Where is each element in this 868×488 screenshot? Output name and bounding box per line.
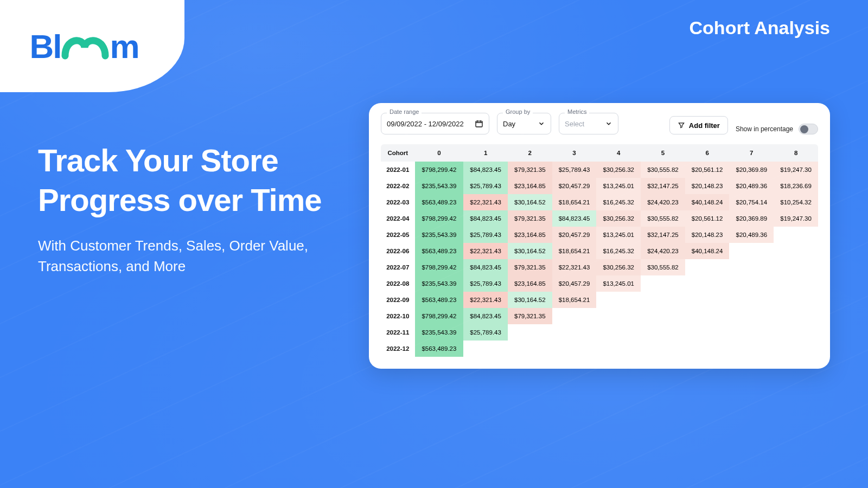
cohort-cell: $23,164.85	[508, 227, 552, 243]
date-range-value: 09/09/2022 - 12/09/2022	[387, 120, 464, 128]
table-row: 2022-09$563,489.23$22,321.43$30,164.52$1…	[381, 292, 818, 308]
cohort-cell: $30,555.82	[641, 259, 685, 275]
table-row: 2022-05$235,543.39$25,789.43$23,164.85$2…	[381, 227, 818, 243]
metrics-field[interactable]: Metrics Select	[559, 113, 618, 134]
cohort-cell	[685, 341, 730, 357]
cohort-cell: $563,489.23	[415, 194, 464, 210]
cohort-cell	[641, 292, 685, 308]
cohort-cell	[508, 324, 552, 341]
table-row: 2022-10$798,299.42$84,823.45$79,321.35	[381, 308, 818, 324]
cohort-cell	[774, 292, 818, 308]
controls-bar: Date range 09/09/2022 - 12/09/2022 Group…	[381, 113, 818, 134]
cohort-label: 2022-10	[381, 308, 415, 324]
cohort-cell: $22,321.43	[463, 194, 508, 210]
cohort-cell: $20,561.12	[685, 162, 730, 178]
cohort-cell: $798,299.42	[415, 210, 464, 227]
cohort-cell: $79,321.35	[508, 162, 552, 178]
cohort-cell: $18,654.21	[552, 243, 597, 259]
calendar-icon	[475, 119, 483, 128]
table-row: 2022-08$235,543.39$25,789.43$23,164.85$2…	[381, 275, 818, 292]
brand-logo: Bl m	[29, 27, 138, 66]
cohort-label: 2022-08	[381, 275, 415, 292]
cohort-cell: $20,489.36	[729, 178, 774, 194]
table-row: 2022-07$798,299.42$84,823.45$79,321.35$2…	[381, 259, 818, 275]
cohort-cell: $10,254.32	[774, 194, 818, 210]
metrics-placeholder: Select	[565, 120, 584, 128]
table-row: 2022-11$235,543.39$25,789.43	[381, 324, 818, 341]
cohort-label: 2022-02	[381, 178, 415, 194]
cohort-label: 2022-06	[381, 243, 415, 259]
cohort-cell: $235,543.39	[415, 324, 464, 341]
cohort-cell: $16,245.32	[596, 194, 641, 210]
col-header-period: 0	[415, 144, 464, 162]
cohort-cell: $25,789.43	[463, 275, 508, 292]
cohort-cell: $30,164.52	[508, 243, 552, 259]
cohort-cell	[641, 308, 685, 324]
page-title: Cohort Analysis	[690, 17, 830, 38]
percentage-toggle[interactable]	[799, 124, 818, 134]
cohort-cell: $16,245.32	[596, 243, 641, 259]
col-header-period: 4	[596, 144, 641, 162]
cohort-cell	[685, 259, 730, 275]
cohort-cell: $20,457.29	[552, 275, 597, 292]
cohort-cell: $25,789.43	[552, 162, 597, 178]
cohort-cell: $30,256.32	[596, 210, 641, 227]
filter-icon	[678, 121, 685, 129]
table-row: 2022-12$563,489.23	[381, 341, 818, 357]
brand-corner: Bl m	[0, 0, 184, 92]
cohort-cell	[729, 275, 774, 292]
cohort-cell	[729, 341, 774, 357]
marketing-copy: Track Your Store Progress over Time With…	[38, 141, 331, 277]
add-filter-button[interactable]: Add filter	[669, 116, 728, 134]
cohort-cell: $32,147.25	[641, 227, 685, 243]
cohort-cell	[552, 341, 597, 357]
cohort-label: 2022-07	[381, 259, 415, 275]
cohort-cell: $84,823.45	[463, 308, 508, 324]
cohort-cell: $18,654.21	[552, 292, 597, 308]
cohort-cell	[641, 324, 685, 341]
col-header-period: 6	[685, 144, 730, 162]
cohort-table: Cohort012345678 2022-01$798,299.42$84,82…	[381, 144, 818, 357]
cohort-cell: $25,789.43	[463, 178, 508, 194]
cohort-cell: $563,489.23	[415, 341, 464, 357]
cohort-cell	[641, 341, 685, 357]
cohort-cell: $25,789.43	[463, 324, 508, 341]
cohort-cell	[552, 324, 597, 341]
cohort-cell: $30,164.52	[508, 194, 552, 210]
cohort-cell	[774, 227, 818, 243]
cohort-label: 2022-09	[381, 292, 415, 308]
cohort-cell: $563,489.23	[415, 243, 464, 259]
cohort-cell: $40,148.24	[685, 194, 730, 210]
group-by-field[interactable]: Group by Day	[497, 113, 551, 134]
cohort-cell	[774, 341, 818, 357]
cohort-cell: $22,321.43	[463, 243, 508, 259]
cohort-cell: $18,236.69	[774, 178, 818, 194]
cohort-cell: $84,823.45	[463, 162, 508, 178]
col-header-period: 1	[463, 144, 508, 162]
col-header-cohort: Cohort	[381, 144, 415, 162]
cohort-cell	[685, 308, 730, 324]
date-range-field[interactable]: Date range 09/09/2022 - 12/09/2022	[381, 113, 489, 134]
cohort-cell: $23,164.85	[508, 275, 552, 292]
headline: Track Your Store Progress over Time	[38, 141, 331, 220]
col-header-period: 2	[508, 144, 552, 162]
table-row: 2022-02$235,543.39$25,789.43$23,164.85$2…	[381, 178, 818, 194]
col-header-period: 3	[552, 144, 597, 162]
cohort-cell	[596, 308, 641, 324]
cohort-cell: $24,420.23	[641, 243, 685, 259]
table-row: 2022-03$563,489.23$22,321.43$30,164.52$1…	[381, 194, 818, 210]
cohort-cell: $30,256.32	[596, 259, 641, 275]
cohort-cell: $30,164.52	[508, 292, 552, 308]
cohort-cell: $22,321.43	[552, 259, 597, 275]
table-row: 2022-06$563,489.23$22,321.43$30,164.52$1…	[381, 243, 818, 259]
cohort-cell: $798,299.42	[415, 259, 464, 275]
cohort-cell	[729, 324, 774, 341]
cohort-cell	[729, 243, 774, 259]
cohort-cell: $24,420.23	[641, 194, 685, 210]
col-header-period: 8	[774, 144, 818, 162]
cohort-cell: $79,321.35	[508, 210, 552, 227]
cohort-cell: $235,543.39	[415, 275, 464, 292]
cohort-label: 2022-04	[381, 210, 415, 227]
cohort-cell: $235,543.39	[415, 227, 464, 243]
cohort-label: 2022-11	[381, 324, 415, 341]
